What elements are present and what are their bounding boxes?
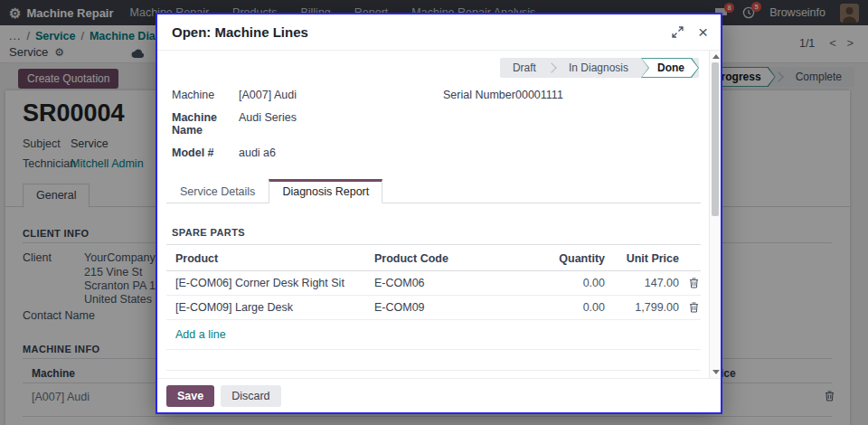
modal-statusbar: Draft In Diagnosis Done <box>500 58 699 78</box>
cell-unit-price: 147.00 <box>605 277 679 289</box>
cell-unit-price: 1,799.00 <box>605 301 679 314</box>
machine-name-label: Machine Name <box>172 111 239 137</box>
scroll-up-icon[interactable] <box>712 54 720 59</box>
scroll-down-icon[interactable] <box>712 370 720 374</box>
expand-modal-icon[interactable] <box>672 26 684 38</box>
discard-button[interactable]: Discard <box>221 385 280 407</box>
screen: ⚙ Machine Repair Machine Repair Products… <box>0 0 868 425</box>
cell-product: [E-COM09] Large Desk <box>175 301 374 314</box>
spare-parts-header-row: Product Product Code Quantity Unit Price <box>166 247 701 271</box>
modal-body: Draft In Diagnosis Done Machine [A007] A… <box>157 51 721 378</box>
delete-line-icon[interactable] <box>679 302 701 313</box>
serial-number-link[interactable]: 00001111 <box>515 89 563 101</box>
col-product[interactable]: Product <box>175 252 374 265</box>
cell-quantity: 0.00 <box>525 277 605 289</box>
tab-diagnosis-report[interactable]: Diagnosis Report <box>269 179 382 203</box>
col-quantity[interactable]: Quantity <box>525 252 605 265</box>
status-chevron-icon <box>549 58 556 78</box>
machine-lines-modal: Open: Machine Lines × Draft In Diagnosis… <box>156 13 722 414</box>
spare-parts-heading: SPARE PARTS <box>166 227 701 245</box>
table-row[interactable]: [E-COM09] Large Desk E-COM09 0.00 1,799.… <box>166 296 701 320</box>
model-label: Model # <box>172 146 239 159</box>
machine-label: Machine <box>172 89 239 101</box>
modal-tabbar: Service Details Diagnosis Report <box>166 178 701 203</box>
status-draft[interactable]: Draft <box>500 58 549 78</box>
cell-quantity: 0.00 <box>525 301 605 314</box>
cell-product: [E-COM06] Corner Desk Right Sit <box>175 277 374 289</box>
cell-product-code: E-COM06 <box>374 277 525 289</box>
tab-service-details[interactable]: Service Details <box>166 180 269 203</box>
col-unit-price[interactable]: Unit Price <box>605 252 679 265</box>
serial-number-label: Serial Number <box>443 89 515 101</box>
scrollbar-thumb[interactable] <box>712 62 719 216</box>
add-a-line-link[interactable]: Add a line <box>166 320 701 350</box>
model-value[interactable]: audi a6 <box>239 146 276 159</box>
cell-product-code: E-COM09 <box>374 301 525 314</box>
col-product-code[interactable]: Product Code <box>374 252 525 265</box>
fields-right-column: Serial Number 00001111 <box>443 89 701 169</box>
modal-scrollbar[interactable] <box>709 51 721 378</box>
save-button[interactable]: Save <box>166 385 214 407</box>
close-modal-icon[interactable]: × <box>698 24 708 41</box>
spare-parts-table: Product Product Code Quantity Unit Price… <box>166 247 701 350</box>
modal-footer: Save Discard <box>157 378 721 412</box>
status-in-diagnosis[interactable]: In Diagnosis <box>556 58 641 78</box>
machine-link[interactable]: [A007] Audi <box>239 89 297 101</box>
modal-title: Open: Machine Lines <box>172 24 308 40</box>
delete-line-icon[interactable] <box>679 278 701 288</box>
divider <box>166 370 701 371</box>
machine-name-value[interactable]: Audi Series <box>239 111 297 137</box>
modal-header: Open: Machine Lines × <box>157 14 721 51</box>
table-row[interactable]: [E-COM06] Corner Desk Right Sit E-COM06 … <box>166 271 701 296</box>
modal-fields: Machine [A007] Audi Machine Name Audi Se… <box>166 89 701 169</box>
fields-left-column: Machine [A007] Audi Machine Name Audi Se… <box>172 89 443 169</box>
status-done[interactable]: Done <box>641 58 699 78</box>
